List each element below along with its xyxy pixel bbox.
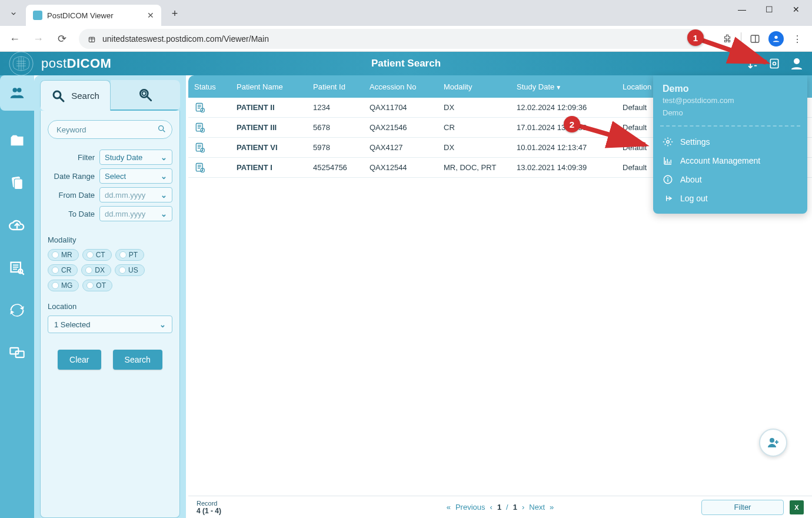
nav-reload-button[interactable]: ⟳ [52, 29, 72, 49]
date-range-select[interactable]: Select⌄ [99, 168, 172, 184]
pager-next-icon[interactable]: › [522, 503, 524, 512]
user-company: Demo [663, 108, 798, 117]
modality-chip-mr[interactable]: MR [48, 249, 79, 261]
browser-tab[interactable]: PostDICOM Viewer ✕ [26, 5, 161, 26]
rail-list-search-icon[interactable] [5, 255, 29, 280]
user-profile-icon[interactable] [790, 57, 804, 71]
url-bar[interactable]: unitedstateswest.postdicom.com/Viewer/Ma… [79, 29, 705, 49]
pager-prev[interactable]: Previous [455, 503, 485, 512]
close-window-button[interactable]: ✕ [783, 0, 810, 19]
study-status-icon [194, 162, 225, 174]
chevron-down-icon: ⌄ [161, 210, 167, 218]
record-value: 4 (1 - 4) [197, 507, 221, 515]
col-modality[interactable]: Modality [438, 82, 511, 91]
to-date-label: To Date [48, 210, 95, 218]
site-info-icon[interactable] [87, 34, 96, 44]
add-user-fab[interactable] [759, 429, 787, 457]
pager-last-icon[interactable]: » [550, 503, 554, 512]
tab-bar: PostDICOM Viewer ✕ + — ☐ ✕ [0, 0, 812, 26]
nav-forward-button[interactable]: → [28, 29, 48, 49]
excel-export-icon[interactable]: X [790, 500, 804, 514]
modality-chip-dx[interactable]: DX [81, 264, 111, 276]
logout-icon [663, 193, 673, 204]
minimize-button[interactable]: — [728, 0, 756, 19]
svg-rect-35 [196, 163, 202, 171]
pager-first-icon[interactable]: « [447, 503, 451, 512]
rail-upload-icon[interactable] [5, 213, 29, 238]
chevron-down-icon: ⌄ [161, 172, 167, 181]
divider [660, 125, 800, 127]
svg-line-26 [147, 97, 151, 101]
tab-close-icon[interactable]: ✕ [147, 11, 154, 20]
svg-line-43 [579, 126, 645, 145]
svg-line-42 [701, 40, 766, 62]
col-study-date[interactable]: Study Date▼ [511, 82, 617, 91]
user-name: Demo [663, 84, 798, 94]
rail-sync-icon[interactable] [5, 298, 29, 323]
user-email: test@postdicom.com [663, 96, 798, 105]
modality-chip-mg[interactable]: MG [48, 280, 79, 291]
search-button[interactable]: Search [113, 350, 162, 370]
clear-button[interactable]: Clear [58, 350, 101, 370]
svg-rect-29 [196, 103, 202, 111]
svg-point-40 [667, 177, 668, 178]
annotation-2: 2 [564, 116, 580, 132]
modality-chip-ot[interactable]: OT [82, 280, 112, 291]
page-title: Patient Search [371, 58, 441, 69]
rail-patients-icon[interactable] [0, 75, 34, 111]
location-select[interactable]: 1 Selected⌄ [48, 316, 172, 333]
annotation-arrow-2 [577, 121, 653, 153]
maximize-button[interactable]: ☐ [756, 0, 783, 19]
url-text: unitedstateswest.postdicom.com/Viewer/Ma… [102, 34, 269, 44]
from-date-input[interactable]: dd.mm.yyyy⌄ [99, 187, 172, 202]
tab-list-button[interactable] [5, 5, 22, 22]
filter-select[interactable]: Study Date⌄ [99, 150, 172, 165]
search-icon[interactable] [157, 124, 167, 134]
nav-back-button[interactable]: ← [5, 29, 25, 49]
chrome-menu-icon[interactable]: ⋮ [787, 29, 807, 49]
chevron-down-icon: ⌄ [161, 153, 167, 162]
brand-name: postDICOM [41, 56, 111, 71]
app-header: postDICOM Patient Search [0, 52, 812, 75]
svg-rect-13 [14, 179, 22, 190]
search-tab-basic[interactable]: Search [40, 80, 111, 111]
chevron-down-icon: ⌄ [159, 320, 166, 329]
filter-label: Filter [48, 153, 95, 162]
menu-logout[interactable]: Log out [663, 189, 798, 208]
search-tab-advanced[interactable] [111, 80, 180, 111]
col-patient-id[interactable]: Patient Id [307, 82, 364, 91]
rail-folder-icon[interactable] [5, 128, 29, 153]
tab-title-text: PostDICOM Viewer [47, 11, 113, 20]
results-footer: Record 4 (1 - 4) « Previous ‹ 1 / 1 › Ne… [188, 496, 812, 518]
svg-point-9 [794, 58, 800, 64]
menu-account[interactable]: Account Management [663, 151, 798, 170]
svg-rect-31 [196, 123, 202, 131]
svg-point-37 [667, 141, 670, 144]
svg-line-19 [22, 273, 24, 275]
modality-label: Modality [48, 235, 172, 244]
brand-logo [8, 51, 34, 77]
side-rail [0, 75, 34, 518]
col-status[interactable]: Status [188, 82, 231, 91]
rail-files-icon[interactable] [5, 171, 29, 195]
keyword-input[interactable] [48, 120, 172, 139]
col-patient-name[interactable]: Patient Name [231, 82, 307, 91]
modality-chip-cr[interactable]: CR [48, 264, 78, 276]
modality-chip-pt[interactable]: PT [115, 249, 144, 261]
modality-chip-ct[interactable]: CT [82, 249, 112, 261]
menu-about[interactable]: About [663, 170, 798, 189]
svg-rect-33 [196, 143, 202, 151]
modality-chip-us[interactable]: US [115, 264, 145, 276]
col-accession[interactable]: Accession No [364, 82, 438, 91]
to-date-input[interactable]: dd.mm.yyyy⌄ [99, 206, 172, 221]
rail-screens-icon[interactable] [5, 340, 29, 365]
pager-next[interactable]: Next [529, 503, 545, 512]
study-status-icon [194, 102, 225, 114]
record-label: Record [197, 500, 221, 507]
new-tab-button[interactable]: + [166, 5, 184, 22]
pager-prev-icon[interactable]: ‹ [490, 503, 492, 512]
search-sidebar: Search Filter Study Date⌄ [34, 75, 186, 518]
footer-filter-button[interactable]: Filter [701, 500, 784, 515]
menu-settings[interactable]: Settings [663, 132, 798, 151]
svg-line-28 [163, 130, 165, 132]
